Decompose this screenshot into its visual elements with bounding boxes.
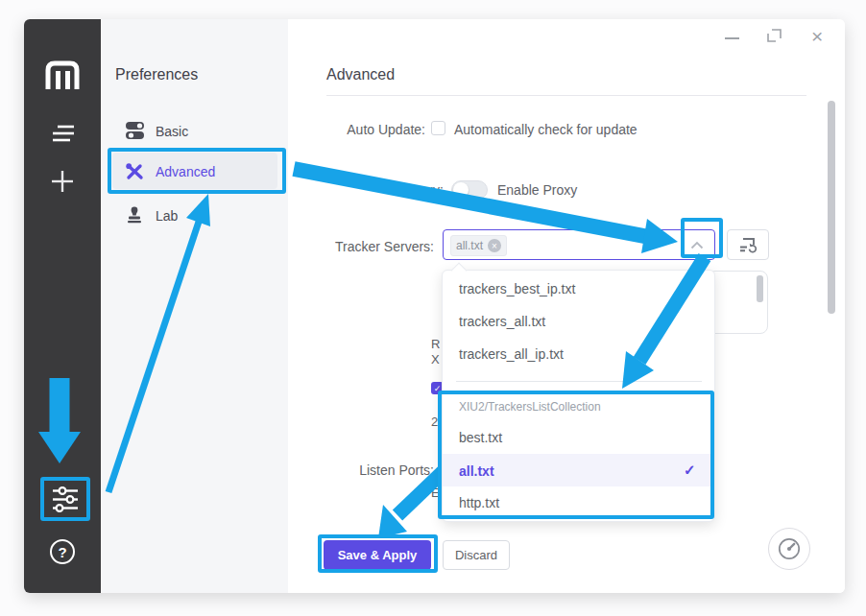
clipped-text-2: X xyxy=(431,353,440,366)
maximize-icon[interactable] xyxy=(766,28,782,44)
preferences-panel xyxy=(101,19,288,593)
auto-update-checkbox[interactable] xyxy=(431,121,445,135)
dropdown-group-label: XIU2/TrackersListCollection xyxy=(459,400,601,414)
tracker-tag: all.txt × xyxy=(450,235,507,256)
dropdown-divider xyxy=(456,381,702,382)
tag-remove-icon[interactable]: × xyxy=(488,239,501,252)
save-apply-label: Save & Apply xyxy=(338,548,418,562)
proxy-toggle-label: Enable Proxy xyxy=(497,183,577,197)
speed-limit-button[interactable] xyxy=(768,528,810,570)
add-task-icon[interactable] xyxy=(49,168,76,195)
lab-stamp-icon xyxy=(127,205,142,224)
content-scrollbar[interactable] xyxy=(828,101,835,314)
basic-toggles-icon xyxy=(125,121,146,140)
tracker-tag-label: all.txt xyxy=(456,239,483,252)
sync-icon xyxy=(738,237,758,253)
tracker-servers-label: Tracker Servers: xyxy=(288,239,434,254)
dropdown-item-best-txt[interactable]: best.txt xyxy=(459,430,502,445)
clipped-text-3: 2 xyxy=(431,415,438,428)
gauge-icon xyxy=(777,536,802,561)
discard-label: Discard xyxy=(455,548,497,562)
tracker-servers-select[interactable]: all.txt × xyxy=(443,229,715,260)
dropdown-item-trackers-all[interactable]: trackers_all.txt xyxy=(459,314,545,329)
task-list-icon[interactable] xyxy=(50,123,77,144)
proxy-toggle[interactable] xyxy=(451,180,488,200)
chevron-up-icon[interactable] xyxy=(690,241,704,249)
minimize-icon[interactable] xyxy=(725,37,739,39)
clipped-text-1: R xyxy=(431,338,440,350)
auto-update-checkbox-label[interactable]: Automatically check for update xyxy=(454,123,637,136)
textarea-scrollbar[interactable] xyxy=(757,275,763,302)
sidebar-item-advanced[interactable]: Advanced xyxy=(156,164,215,179)
listen-ports-label: Listen Ports: xyxy=(288,462,434,478)
dropdown-item-all-txt[interactable]: all.txt xyxy=(459,463,494,479)
page-title: Advanced xyxy=(326,66,395,83)
close-icon[interactable]: × xyxy=(811,25,823,48)
title-divider xyxy=(326,95,806,96)
sidebar-item-lab[interactable]: Lab xyxy=(156,208,178,224)
sync-trackers-button[interactable] xyxy=(727,229,769,260)
proxy-toggle-knob xyxy=(453,182,469,198)
discard-button[interactable]: Discard xyxy=(443,540,510,570)
preferences-sliders-icon[interactable] xyxy=(50,486,81,512)
check-glyph-small: ✓ xyxy=(434,384,442,393)
check-icon: ✓ xyxy=(684,462,696,479)
dropdown-item-http-txt[interactable]: http.txt xyxy=(459,495,499,510)
clipped-text-4: E xyxy=(431,486,440,499)
help-glyph: ? xyxy=(58,544,66,560)
preferences-title: Preferences xyxy=(115,66,198,83)
help-icon[interactable]: ? xyxy=(50,539,75,564)
motrix-logo-icon xyxy=(43,58,82,92)
screenshot-canvas: ? Preferences Basic Advanced Lab xyxy=(0,0,866,616)
dropdown-item-trackers-best-ip[interactable]: trackers_best_ip.txt xyxy=(459,281,575,296)
dropdown-item-trackers-all-ip[interactable]: trackers_all_ip.txt xyxy=(459,346,564,362)
advanced-tools-icon xyxy=(125,162,144,180)
proxy-label: Proxy: xyxy=(288,182,444,198)
sidebar-item-basic[interactable]: Basic xyxy=(156,124,188,139)
save-apply-button[interactable]: Save & Apply xyxy=(324,540,431,570)
auto-update-label: Auto Update: xyxy=(288,122,425,137)
